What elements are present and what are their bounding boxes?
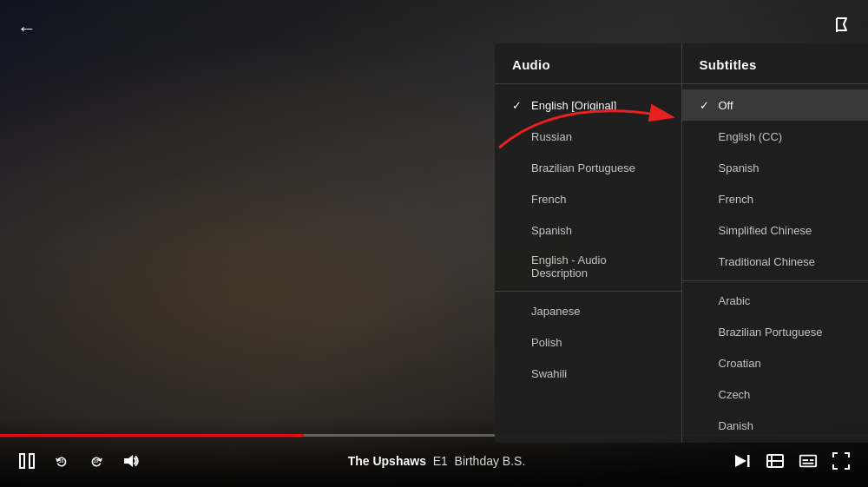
fullscreen-button[interactable] [832,451,851,471]
audio-item-label: English - Audio Description [531,253,664,280]
skip-forward-button[interactable]: 10 [87,451,106,471]
episode-info: E1 Birthday B.S. [430,454,526,468]
svg-rect-7 [747,455,750,467]
panel-body: ✓English [Original]RussianBrazilian Port… [495,84,868,443]
controls-left: 10 10 [17,451,141,471]
subtitles-button[interactable] [799,451,818,471]
audio-item-label: Brazilian Portuguese [531,161,635,174]
audio-item-label: French [531,193,566,206]
svg-marker-6 [735,455,746,467]
subtitle-item-label: Spanish [719,161,760,174]
audio-subtitles-panel: Audio Subtitles ✓English [Original]Russi… [495,43,868,443]
panel-headers: Audio Subtitles [495,43,868,84]
audio-item-label: Polish [531,336,562,349]
audio-list-item[interactable]: English - Audio Description [495,246,681,287]
audio-list-divider [495,291,681,292]
svg-text:10: 10 [59,459,64,464]
audio-list-item[interactable]: ✓English [Original] [495,89,681,121]
svg-text:10: 10 [94,459,99,464]
check-icon: ✓ [512,99,524,112]
audio-list-item[interactable]: Spanish [495,214,681,246]
svg-marker-5 [124,455,133,467]
svg-rect-2 [30,454,34,468]
subtitle-item-label: English (CC) [719,130,783,143]
subtitle-list-item[interactable]: Traditional Chinese [682,246,869,277]
subtitle-item-label: Arabic [719,294,751,307]
audio-item-label: Swahili [531,367,567,380]
audio-list-item[interactable]: Swahili [495,358,681,389]
subtitle-list-item[interactable]: French [682,183,869,214]
subtitle-item-label: Danish [719,419,753,432]
audio-list-item[interactable]: Japanese [495,295,681,326]
controls-right [733,451,851,471]
title-center: The Upshaws E1 Birthday B.S. [141,454,733,468]
episodes-button[interactable] [766,451,785,471]
subtitle-item-label: Croatian [719,357,761,370]
audio-list-item[interactable]: Brazilian Portuguese [495,152,681,183]
audio-item-label: English [Original] [531,99,616,112]
flag-icon [833,16,852,39]
audio-list-item[interactable]: Russian [495,121,681,152]
subtitle-list-item[interactable]: Croatian [682,347,869,378]
subtitle-list-item[interactable]: Danish [682,410,869,441]
audio-column-header: Audio [495,43,682,83]
subtitle-list-item[interactable]: Simplified Chinese [682,214,869,246]
check-icon: ✓ [700,99,712,112]
skip-back-button[interactable]: 10 [52,451,71,471]
audio-item-label: Spanish [531,224,572,237]
back-button[interactable]: ← [17,17,36,40]
subtitle-item-label: Simplified Chinese [719,224,812,237]
subtitle-list: ✓OffEnglish (CC)SpanishFrenchSimplified … [682,84,869,443]
audio-list-item[interactable]: French [495,183,681,214]
audio-item-label: Japanese [531,305,580,318]
subtitles-column-header: Subtitles [682,43,869,83]
show-title: The Upshaws [348,454,426,468]
audio-title: Audio [512,57,550,72]
next-episode-button[interactable] [733,451,752,471]
subtitle-item-label: Traditional Chinese [719,255,816,268]
controls-bar: 10 10 The Upshaws E1 Birthday B.S. [0,435,868,487]
subtitle-item-label: Czech [719,388,751,401]
subtitle-list-item[interactable]: Brazilian Portuguese [682,316,869,347]
subtitle-list-item[interactable]: Spanish [682,152,869,183]
subtitle-list-item[interactable]: Czech [682,378,869,410]
subtitle-list-item[interactable]: ✓Off [682,89,869,121]
audio-item-label: Russian [531,130,572,143]
audio-list-item[interactable]: Polish [495,326,681,358]
subtitle-item-label: Brazilian Portuguese [719,326,823,339]
subtitle-list-item[interactable]: Arabic [682,285,869,316]
subtitle-item-label: French [719,193,753,206]
play-pause-button[interactable] [17,451,36,471]
subtitle-item-label: Off [719,99,733,112]
svg-rect-1 [20,454,24,468]
volume-button[interactable] [122,451,141,471]
audio-list: ✓English [Original]RussianBrazilian Port… [495,84,682,443]
subtitle-list-item[interactable]: English (CC) [682,121,869,152]
subtitles-title: Subtitles [700,57,757,72]
subtitle-list-divider [682,280,869,281]
